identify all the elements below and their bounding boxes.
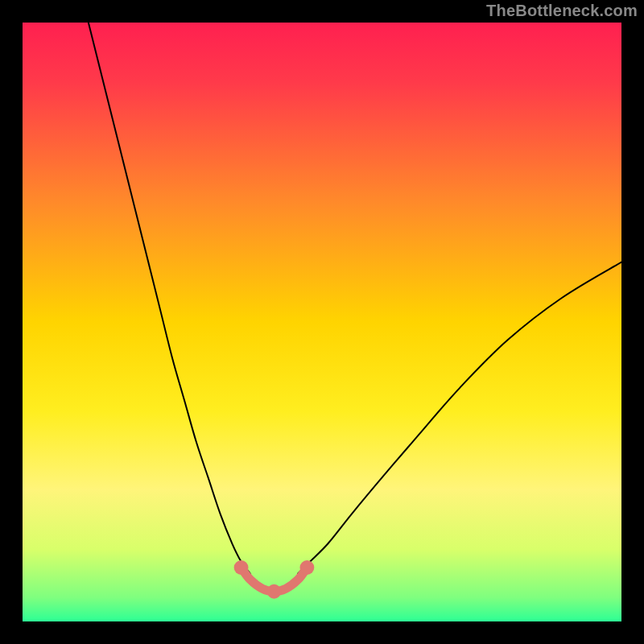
app-frame: TheBottleneck.com <box>0 0 644 644</box>
marker-right-cap <box>299 560 314 575</box>
marker-left-cap <box>234 560 249 575</box>
bottleneck-chart <box>23 23 621 621</box>
watermark-text: TheBottleneck.com <box>486 2 638 20</box>
marker-bottom-dot <box>267 584 282 599</box>
chart-background <box>23 23 621 621</box>
